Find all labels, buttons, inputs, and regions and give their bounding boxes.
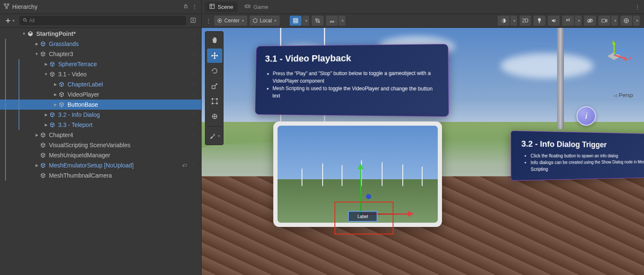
scene-tools-overlay: ▼ bbox=[205, 31, 224, 145]
snap-settings-button[interactable] bbox=[326, 16, 338, 26]
lock-icon[interactable] bbox=[183, 3, 189, 10]
tabs-menu-icon[interactable]: ⋮ bbox=[635, 4, 641, 10]
svg-line-31 bbox=[614, 50, 623, 55]
hierarchy-tree[interactable]: ▼ StartingPoint* ⋮ ▶ Grasslands 〉 ▼ Chap… bbox=[0, 28, 201, 275]
fx-dropdown[interactable]: ▼ bbox=[575, 16, 582, 26]
grid-snap-button[interactable] bbox=[290, 16, 302, 26]
rect-tool[interactable] bbox=[207, 94, 222, 108]
gizmos-dropdown[interactable]: ▼ bbox=[633, 16, 640, 26]
add-button[interactable]: ▼ bbox=[3, 17, 17, 24]
item-label: Grasslands bbox=[49, 40, 79, 47]
pivot-dropdown[interactable]: Center ▼ bbox=[214, 16, 247, 26]
svg-point-24 bbox=[212, 103, 213, 104]
panel-title: 3.1 - Video Playback bbox=[265, 52, 438, 65]
move-tool[interactable] bbox=[207, 49, 222, 63]
gameobject-icon bbox=[40, 172, 46, 179]
orientation-gizmo[interactable]: y x z bbox=[600, 40, 630, 70]
fx-toggle[interactable] bbox=[562, 16, 574, 26]
hierarchy-item[interactable]: ▶ 3.3 - Teleport 〉 bbox=[0, 120, 201, 130]
space-dropdown[interactable]: Local ▼ bbox=[250, 16, 280, 26]
maximize-icon[interactable] bbox=[189, 16, 198, 25]
gameobject-icon bbox=[40, 51, 46, 57]
info-panel-video: 3.1 - Video Playback Press the "Play" an… bbox=[255, 44, 449, 117]
svg-rect-21 bbox=[213, 99, 217, 104]
lighting-toggle[interactable] bbox=[534, 16, 545, 26]
snap-settings-dropdown[interactable]: ▼ bbox=[339, 16, 345, 26]
info-button[interactable]: i bbox=[577, 106, 596, 126]
expand-arrow-icon[interactable]: ▶ bbox=[52, 82, 58, 86]
gameobject-icon bbox=[40, 132, 46, 138]
unity-logo-icon bbox=[27, 30, 34, 37]
hierarchy-item[interactable]: VisualScripting SceneVariables bbox=[0, 140, 201, 150]
svg-rect-18 bbox=[602, 19, 606, 22]
scale-tool[interactable] bbox=[207, 79, 222, 93]
2d-toggle[interactable]: 2D bbox=[520, 16, 531, 26]
chevron-right-icon: 〉 bbox=[193, 112, 197, 118]
expand-arrow-icon[interactable]: ▶ bbox=[52, 102, 58, 107]
hierarchy-item[interactable]: ▶ ButtonBase 〉 bbox=[0, 100, 201, 110]
shading-mode-button[interactable] bbox=[498, 16, 509, 26]
rotate-tool[interactable] bbox=[207, 64, 222, 78]
expand-arrow-icon[interactable]: ▶ bbox=[52, 92, 58, 97]
hierarchy-item[interactable]: ▶ Chapter4 〉 bbox=[0, 130, 201, 140]
snap-increment-button[interactable] bbox=[312, 16, 323, 26]
visibility-toggle[interactable] bbox=[584, 16, 596, 26]
item-label: ChapterLabel bbox=[67, 81, 103, 88]
shading-dropdown[interactable]: ▼ bbox=[510, 16, 517, 26]
custom-tools-button[interactable]: ▼ bbox=[207, 126, 222, 143]
expand-arrow-icon[interactable]: ▶ bbox=[34, 163, 40, 167]
tab-scene-label: Scene bbox=[218, 4, 233, 10]
camera-button[interactable] bbox=[598, 16, 610, 26]
hierarchy-item[interactable]: ▼ Chapter3 〉 bbox=[0, 49, 201, 59]
scene-root[interactable]: ▼ StartingPoint* ⋮ bbox=[0, 29, 201, 39]
hierarchy-item[interactable]: ▶ 3.2 - Info Dialog 〉 bbox=[0, 110, 201, 120]
gameobject-icon bbox=[40, 152, 46, 159]
hierarchy-item[interactable]: ▼ 3.1 - Video 〉 bbox=[0, 69, 201, 79]
search-input[interactable] bbox=[29, 18, 183, 24]
hierarchy-item[interactable]: MeshThumbnailCamera bbox=[0, 170, 201, 181]
hierarchy-item[interactable]: ▶ SphereTerrace 〉 bbox=[0, 59, 201, 69]
expand-arrow-icon[interactable]: ▼ bbox=[21, 32, 27, 36]
hierarchy-item[interactable]: MeshUniqueIdManager bbox=[0, 150, 201, 160]
expand-arrow-icon[interactable]: ▶ bbox=[43, 62, 49, 66]
pivot-label: Center bbox=[224, 18, 240, 24]
hand-tool[interactable] bbox=[207, 33, 222, 48]
item-label: 3.3 - Teleport bbox=[58, 121, 92, 128]
gizmo-z-axis[interactable] bbox=[366, 194, 371, 199]
audio-toggle[interactable] bbox=[548, 16, 560, 26]
expand-arrow-icon[interactable]: ▶ bbox=[34, 42, 40, 46]
svg-point-15 bbox=[567, 19, 568, 20]
expand-arrow-icon[interactable]: ▶ bbox=[43, 113, 49, 117]
expand-arrow-icon[interactable]: ▶ bbox=[43, 123, 49, 127]
hierarchy-item[interactable]: ▶ ChapterLabel 〉 bbox=[0, 79, 201, 89]
space-label: Local bbox=[260, 18, 272, 24]
chevron-right-icon: 〉 bbox=[193, 81, 197, 87]
camera-projection-label[interactable]: ◁ Persp bbox=[614, 92, 633, 98]
gameobject-icon bbox=[49, 61, 56, 67]
expand-arrow-icon[interactable]: ▶ bbox=[34, 133, 40, 137]
gameobject-icon bbox=[58, 91, 65, 98]
item-label: MeshThumbnailCamera bbox=[49, 172, 112, 179]
tab-scene[interactable]: Scene bbox=[205, 2, 237, 12]
svg-marker-30 bbox=[624, 57, 628, 61]
button-base-object[interactable]: Label bbox=[348, 211, 377, 222]
hierarchy-item[interactable]: ▶ VideoPlayer 〉 bbox=[0, 89, 201, 100]
panel-menu-icon[interactable]: ⋮ bbox=[192, 3, 198, 10]
chevron-right-icon: 〉 bbox=[193, 122, 197, 128]
expand-arrow-icon[interactable]: ▼ bbox=[43, 72, 49, 76]
toolbar-menu-left-icon[interactable]: ⋮ bbox=[206, 18, 212, 24]
grid-dropdown[interactable]: ▼ bbox=[302, 16, 309, 26]
hierarchy-item[interactable]: ▶ Grasslands 〉 bbox=[0, 39, 201, 49]
bullet-item: Mesh Scripting is used to toggle the Vid… bbox=[272, 85, 439, 101]
hierarchy-item[interactable]: ▶ MeshEmulatorSetup [NoUpload] 🏷 〉 bbox=[0, 160, 201, 170]
chevron-right-icon: 〉 bbox=[193, 71, 197, 77]
expand-arrow-icon[interactable]: ▼ bbox=[34, 52, 40, 56]
tab-game[interactable]: Game bbox=[240, 2, 272, 12]
scene-viewport[interactable]: ▼ 3.1 - Video Playback Press the "Play" … bbox=[202, 28, 644, 275]
transform-tool[interactable] bbox=[207, 109, 222, 124]
item-menu-icon[interactable]: ⋮ bbox=[192, 32, 197, 36]
gizmos-toggle[interactable] bbox=[620, 16, 632, 26]
svg-point-13 bbox=[316, 22, 316, 22]
search-field[interactable] bbox=[19, 16, 186, 25]
camera-dropdown[interactable]: ▼ bbox=[611, 16, 618, 26]
